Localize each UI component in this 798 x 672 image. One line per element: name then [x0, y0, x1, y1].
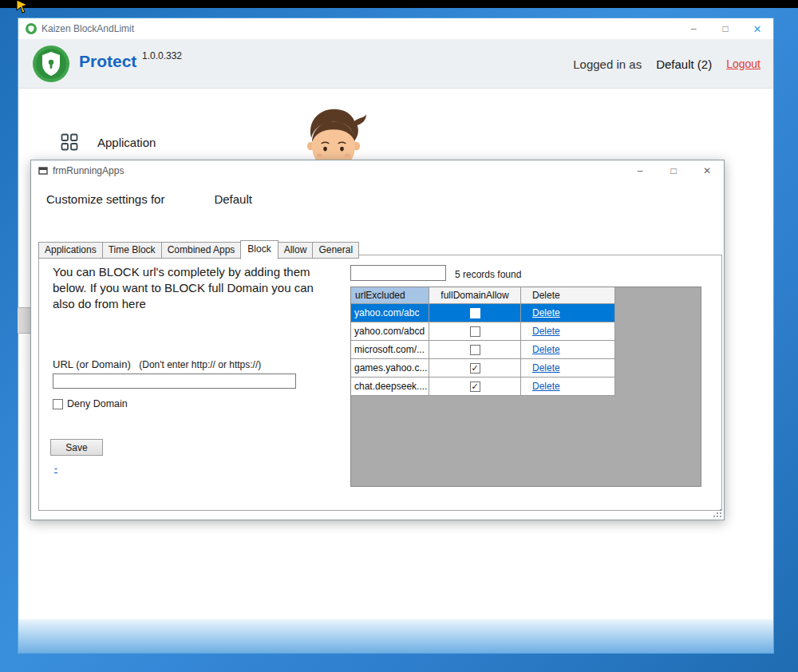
search-input[interactable] — [350, 265, 446, 281]
url-cell[interactable]: microsoft.com/... — [351, 341, 429, 359]
full-domain-allow-checkbox[interactable] — [470, 326, 480, 337]
tab-combined-apps[interactable]: Combined Apps — [161, 242, 242, 259]
account-selector[interactable]: Default (2) — [656, 57, 712, 71]
apps-grid-icon — [61, 133, 78, 151]
main-titlebar[interactable]: Kaizen BlockAndLimit – □ ✕ — [18, 18, 773, 39]
url-cell[interactable]: yahoo.com/abc — [351, 304, 429, 322]
full-domain-allow-checkbox[interactable] — [470, 345, 480, 355]
tab-applications[interactable]: Applications — [38, 242, 103, 259]
app-header: Protect 1.0.0.332 Logged in as Default (… — [18, 39, 773, 89]
grid-rows: yahoo.com/abc Delete yahoo.com/abcd Dele… — [351, 304, 701, 396]
mouse-cursor-icon — [14, 0, 30, 16]
table-row[interactable]: yahoo.com/abc Delete — [351, 304, 701, 322]
column-header-full-domain-allow[interactable]: fullDomainAllow — [429, 287, 521, 304]
delete-link[interactable]: Delete — [532, 326, 560, 337]
settings-close-button[interactable]: ✕ — [690, 160, 724, 181]
main-window-title: Kaizen BlockAndLimit — [41, 23, 134, 34]
url-field-label: URL (or Domain) (Don't enter http:// or … — [53, 357, 261, 371]
full-domain-allow-cell[interactable] — [429, 341, 521, 359]
table-row[interactable]: yahoo.com/abcd Delete — [351, 322, 701, 341]
customize-settings-label: Customize settings for — [46, 192, 164, 206]
block-tab-panel: You can BLOCK url's completely by adding… — [38, 255, 722, 511]
delete-link[interactable]: Delete — [532, 381, 560, 392]
url-input[interactable] — [53, 374, 296, 389]
settings-minimize-button[interactable]: – — [623, 160, 657, 181]
deny-domain-label: Deny Domain — [67, 398, 128, 409]
tab-time-block[interactable]: Time Block — [102, 242, 162, 259]
tab-general[interactable]: General — [312, 242, 359, 259]
application-menu-item[interactable]: Application — [61, 133, 156, 151]
brand-name: Protect — [79, 52, 136, 71]
application-label: Application — [97, 136, 156, 149]
delete-cell[interactable]: Delete — [521, 304, 615, 322]
delete-cell[interactable]: Delete — [521, 322, 615, 341]
shield-logo-icon — [33, 45, 69, 82]
delete-link[interactable]: Delete — [532, 362, 560, 374]
deny-domain-option[interactable]: Deny Domain — [53, 398, 128, 409]
blocked-urls-grid: urlExcluded fullDomainAllow Delete yahoo… — [350, 287, 701, 487]
full-domain-allow-cell[interactable] — [429, 304, 521, 322]
full-domain-allow-checkbox[interactable]: ✓ — [470, 381, 480, 392]
full-domain-allow-checkbox[interactable]: ✓ — [470, 363, 480, 374]
table-row[interactable]: chat.deepseek.... ✓ Delete — [351, 378, 701, 396]
save-button[interactable]: Save — [50, 439, 103, 456]
main-window-footer — [18, 619, 773, 653]
settings-maximize-button[interactable]: □ — [657, 160, 690, 181]
column-header-delete[interactable]: Delete — [521, 287, 615, 304]
top-black-strip — [0, 0, 798, 8]
settings-window: frmRunningApps – □ ✕ Customize settings … — [30, 160, 725, 520]
full-domain-allow-cell[interactable] — [429, 322, 521, 341]
table-row[interactable]: microsoft.com/... Delete — [351, 341, 701, 359]
dash-link[interactable]: - — [54, 463, 57, 474]
tab-allow[interactable]: Allow — [278, 242, 314, 259]
records-found-label: 5 records found — [455, 269, 521, 280]
resize-grip[interactable] — [713, 508, 722, 518]
settings-titlebar[interactable]: frmRunningApps – □ ✕ — [31, 160, 724, 181]
logged-in-as-label: Logged in as — [573, 57, 642, 71]
profile-name: Default — [214, 192, 252, 206]
url-cell[interactable]: yahoo.com/abcd — [351, 322, 429, 341]
delete-link[interactable]: Delete — [532, 307, 560, 318]
tab-block[interactable]: Block — [240, 240, 278, 259]
maximize-button[interactable]: □ — [709, 18, 741, 39]
url-cell[interactable]: chat.deepseek.... — [351, 378, 429, 396]
delete-link[interactable]: Delete — [532, 344, 560, 355]
grid-header-row: urlExcluded fullDomainAllow Delete — [351, 287, 701, 304]
minimize-button[interactable]: – — [678, 18, 709, 39]
close-button[interactable]: ✕ — [741, 18, 773, 39]
delete-cell[interactable]: Delete — [521, 378, 615, 396]
version-label: 1.0.0.332 — [142, 50, 182, 61]
block-description: You can BLOCK url's completely by adding… — [53, 264, 319, 312]
window-edge-panel — [18, 307, 31, 334]
delete-cell[interactable]: Delete — [521, 341, 615, 359]
tab-strip: Applications Time Block Combined Apps Bl… — [38, 239, 358, 259]
logout-link[interactable]: Logout — [726, 57, 760, 70]
full-domain-allow-checkbox[interactable] — [470, 308, 480, 318]
table-row[interactable]: games.yahoo.c... ✓ Delete — [351, 359, 701, 378]
full-domain-allow-cell[interactable]: ✓ — [429, 378, 521, 396]
deny-domain-checkbox[interactable] — [53, 399, 63, 409]
settings-window-title: frmRunningApps — [53, 165, 124, 176]
app-logo-icon — [26, 23, 37, 34]
form-icon — [38, 166, 48, 176]
url-cell[interactable]: games.yahoo.c... — [351, 359, 429, 378]
column-header-url-excluded[interactable]: urlExcluded — [351, 287, 429, 304]
delete-cell[interactable]: Delete — [521, 359, 615, 378]
full-domain-allow-cell[interactable]: ✓ — [429, 359, 521, 378]
